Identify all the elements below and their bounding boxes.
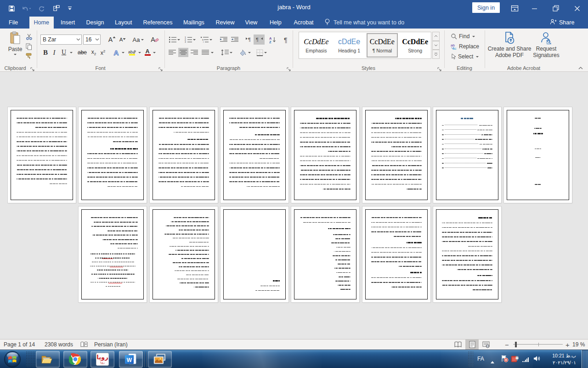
increase-indent-button[interactable] xyxy=(230,34,240,45)
tray-action-center-icon[interactable] xyxy=(501,355,509,364)
style-normal[interactable]: CcDdEe¶ Normal xyxy=(367,33,398,58)
tab-view[interactable]: View xyxy=(241,17,262,29)
justify-dropdown-arrow[interactable] xyxy=(209,48,215,57)
sign-in-button[interactable]: Sign in xyxy=(472,2,500,13)
underline-button[interactable]: U xyxy=(60,48,68,57)
language-indicator[interactable]: Persian (Iran) xyxy=(94,339,128,350)
multilevel-button[interactable]: ai xyxy=(199,34,213,45)
show-desktop-button[interactable] xyxy=(582,350,588,368)
tab-references[interactable]: References xyxy=(139,17,177,29)
style-strong[interactable]: CcDdEeStrong xyxy=(399,33,431,58)
share-button[interactable]: Share xyxy=(549,17,574,29)
cut-button[interactable] xyxy=(24,33,34,41)
font-size-combo[interactable]: 16 xyxy=(83,34,101,45)
align-right-button[interactable] xyxy=(189,48,199,57)
page-thumbnail-11[interactable] xyxy=(291,207,359,302)
text-effects-dropdown-arrow[interactable] xyxy=(120,48,126,57)
highlight-dropdown-arrow[interactable] xyxy=(137,48,142,57)
clipboard-dialog-launcher-icon[interactable] xyxy=(30,65,36,71)
justify-button[interactable] xyxy=(200,48,210,57)
zoom-slider-thumb[interactable] xyxy=(515,342,517,347)
find-button[interactable]: Find xyxy=(451,33,475,40)
replace-button[interactable]: abac Replace xyxy=(451,43,479,50)
page-indicator[interactable]: Page 1 of 14 xyxy=(4,339,35,350)
shading-button[interactable] xyxy=(238,48,252,57)
borders-button[interactable] xyxy=(254,48,268,57)
page-thumbnail-10[interactable] xyxy=(362,207,430,302)
page-thumbnail-14[interactable] xyxy=(79,207,147,302)
bullets-button[interactable] xyxy=(168,34,181,45)
minimize-button[interactable] xyxy=(527,0,542,17)
tell-me-box[interactable]: Tell me what you want to do xyxy=(324,17,404,29)
copy-button[interactable] xyxy=(24,42,34,51)
page-thumbnail-7[interactable] xyxy=(79,107,147,203)
style-heading1[interactable]: cDdEeHeading 1 xyxy=(334,33,365,58)
strikethrough-button[interactable]: abe xyxy=(76,48,88,57)
numbering-button[interactable]: 123 xyxy=(184,34,197,45)
style-emphasis[interactable]: CcDdEeEmphasis xyxy=(300,33,332,58)
font-dialog-launcher-icon[interactable] xyxy=(158,65,164,71)
word-count[interactable]: 2308 words xyxy=(45,339,73,350)
tray-clock[interactable]: 10:21 ب.ظ ۲۰۲۱/۲۹/۰۱ xyxy=(549,352,576,366)
page-thumbnail-2[interactable] xyxy=(433,107,501,203)
proofing-status-icon[interactable] xyxy=(80,339,88,350)
decrease-indent-button[interactable] xyxy=(219,34,229,45)
tray-app-icon[interactable] xyxy=(511,355,519,364)
tray-show-hidden-icon[interactable] xyxy=(490,357,495,366)
taskbar-word-button[interactable]: W xyxy=(119,351,143,368)
page-thumbnail-5[interactable] xyxy=(220,107,288,203)
align-left-button[interactable] xyxy=(167,48,177,57)
page-thumbnail-9[interactable] xyxy=(433,207,501,302)
font-color-dropdown-arrow[interactable] xyxy=(152,48,157,57)
select-button[interactable]: Select xyxy=(451,53,479,60)
highlight-button[interactable]: ab xyxy=(127,48,137,57)
page-thumbnail-4[interactable] xyxy=(291,107,359,203)
taskbar-roya-app-button[interactable]: رویا رویا xyxy=(90,351,114,368)
styles-scroll-down-icon[interactable] xyxy=(432,41,440,50)
page-thumbnail-8[interactable] xyxy=(8,107,76,203)
rtl-text-direction-button[interactable]: ¶ xyxy=(254,34,265,45)
tab-home[interactable]: Home xyxy=(29,17,54,29)
collapse-ribbon-icon[interactable] xyxy=(577,65,584,71)
web-layout-button[interactable] xyxy=(479,339,492,350)
taskbar-chrome-button[interactable] xyxy=(63,351,87,368)
tab-layout[interactable]: Layout xyxy=(110,17,137,29)
clear-formatting-button[interactable]: A xyxy=(150,34,161,45)
taskbar-explorer-button[interactable] xyxy=(36,351,60,368)
font-size-dropdown-icon[interactable] xyxy=(94,35,100,44)
taskbar-photo-viewer-button[interactable] xyxy=(148,351,172,368)
tab-acrobat[interactable]: Acrobat xyxy=(289,17,318,29)
close-button[interactable] xyxy=(570,0,584,17)
styles-gallery-more-icon[interactable] xyxy=(432,50,440,59)
create-pdf-button[interactable]: Create and Share Adobe PDF xyxy=(488,31,531,58)
document-canvas[interactable] xyxy=(0,72,588,339)
styles-scroll-up-icon[interactable] xyxy=(432,32,440,41)
paragraph-dialog-launcher-icon[interactable] xyxy=(287,65,292,71)
tab-help[interactable]: Help xyxy=(265,17,286,29)
tab-review[interactable]: Review xyxy=(211,17,239,29)
underline-dropdown-arrow[interactable] xyxy=(68,48,74,57)
print-layout-button[interactable] xyxy=(465,339,479,350)
ribbon-display-options-icon[interactable] xyxy=(507,0,522,17)
superscript-button[interactable]: x2 xyxy=(98,48,107,57)
show-hide-formatting-button[interactable]: ¶ xyxy=(281,34,292,45)
sort-button[interactable]: AZ xyxy=(267,34,278,45)
ltr-text-direction-button[interactable]: ¶ xyxy=(243,34,254,45)
line-spacing-button[interactable] xyxy=(220,48,233,57)
shrink-font-button[interactable]: A xyxy=(118,35,128,44)
italic-button[interactable]: I xyxy=(51,48,58,57)
tray-volume-icon[interactable] xyxy=(533,355,541,364)
zoom-out-button[interactable]: − xyxy=(505,339,509,350)
page-thumbnail-3[interactable] xyxy=(362,107,430,203)
tray-language-indicator[interactable]: FA xyxy=(477,356,484,362)
zoom-in-button[interactable]: + xyxy=(565,339,570,350)
change-case-button[interactable]: Aa xyxy=(131,34,145,45)
font-name-dropdown-icon[interactable] xyxy=(75,35,81,44)
page-thumbnail-6[interactable] xyxy=(150,107,218,203)
request-signatures-button[interactable]: Request Signatures xyxy=(531,31,561,58)
align-center-button[interactable] xyxy=(178,48,188,57)
bold-button[interactable]: B xyxy=(41,48,50,57)
page-thumbnail-1[interactable] xyxy=(504,107,572,203)
font-color-button[interactable]: A xyxy=(143,48,152,57)
font-name-combo[interactable]: B Zar xyxy=(40,34,82,45)
